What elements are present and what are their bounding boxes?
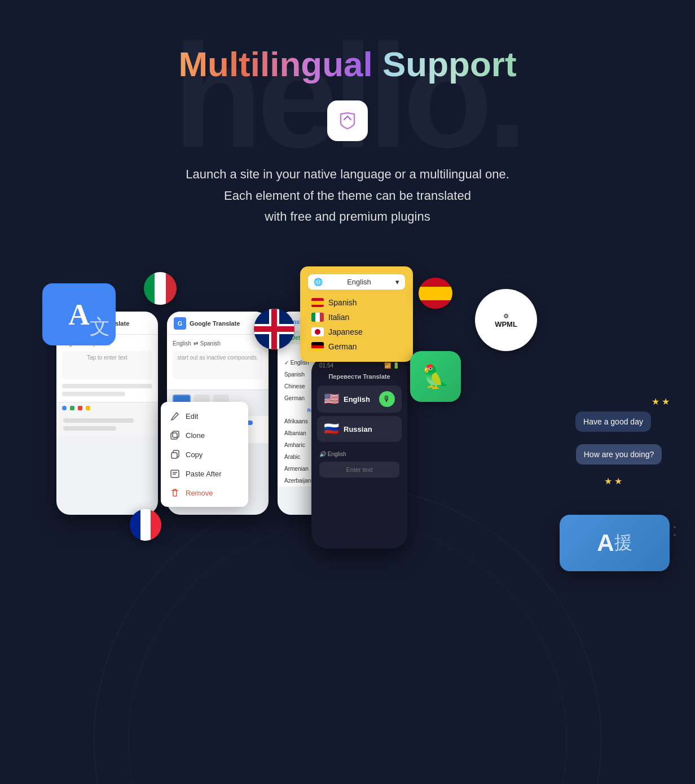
france-flag-icon [130, 509, 161, 541]
header-section: Multilingual Support Launch a site in yo… [0, 0, 695, 227]
translate-btn[interactable]: 🎙 [379, 391, 395, 407]
star-row1: ★ ★ [557, 396, 670, 407]
g3 [311, 348, 324, 351]
ph1-bar1 [62, 384, 152, 388]
italy-stripe-red [166, 272, 177, 305]
italian-label: Italian [328, 313, 349, 322]
spain-flag-small [311, 298, 324, 307]
phone2-title: Google Translate [190, 320, 240, 327]
phone1-bottom [56, 402, 158, 414]
current-language: English [347, 278, 371, 286]
svg-rect-2 [171, 453, 177, 458]
translation-icon-chinese: 援 [614, 531, 632, 555]
spain-flag-icon [419, 278, 452, 309]
i2 [315, 313, 319, 322]
dot1 [62, 406, 67, 410]
context-remove[interactable]: Remove [161, 483, 248, 502]
phone2-lang-row: English ⇄ Spanish [173, 340, 263, 347]
lang-item-italian[interactable]: Italian [308, 310, 405, 325]
lang-item-german[interactable]: German [308, 339, 405, 354]
dark-phone-footer: 🔊 English Enter text [311, 445, 407, 483]
lang-spanish2: Spanish [200, 340, 221, 347]
dot4 [86, 406, 90, 410]
german-item: German [284, 395, 305, 401]
input-lang-label: 🔊 English [319, 451, 346, 457]
page-title: Multilingual Support [0, 45, 695, 84]
japan-flag-small [311, 327, 324, 336]
svg-rect-0 [171, 433, 177, 439]
spain-stripe-middle [419, 287, 452, 300]
wpml-label: WPML [495, 320, 517, 329]
lang-english2: English [173, 340, 191, 347]
star-icon3: ★ [604, 476, 612, 486]
translate-letter-a: A [68, 298, 90, 331]
paste-label: Paste After [186, 470, 222, 478]
uk-vertical-red [271, 309, 277, 349]
uk-flag-inner [254, 309, 294, 349]
ph-bar3 [63, 418, 134, 423]
english-label: English [344, 395, 370, 404]
google-translate-icon: A 文 [42, 283, 116, 345]
italy-flag-icon [144, 272, 177, 305]
wpml-badge: ⚙ WPML [475, 289, 537, 351]
dot-d6 [674, 526, 676, 528]
spanish-label: Spanish [328, 298, 357, 307]
dot-d12 [674, 534, 676, 536]
azerbaijani-item: Azerbaijani [284, 478, 312, 484]
dropdown-header[interactable]: 🌐 English ▾ [308, 274, 405, 290]
phone2-textarea: start out as inactive compounds. [173, 351, 263, 379]
s2 [311, 301, 324, 305]
german-label: German [328, 342, 357, 351]
star-icon1: ★ [652, 397, 659, 406]
arabic-item: Arabic [284, 454, 300, 460]
dot3 [78, 406, 82, 410]
i1 [311, 313, 315, 322]
italy-stripe-white [155, 272, 165, 305]
chat-bubble-1: Have a good day [575, 411, 651, 432]
translation-icon: A 援 [560, 515, 670, 571]
context-edit[interactable]: Edit [161, 406, 248, 426]
chat-bubble-2: How are you doing? [576, 444, 662, 465]
copy-icon [170, 449, 180, 459]
lang-item-japanese[interactable]: Japanese [308, 325, 405, 339]
clone-icon [170, 430, 180, 440]
albanian-item: Albanian [284, 430, 306, 436]
context-clone[interactable]: Clone [161, 426, 248, 445]
chevron-down-icon: ▾ [395, 278, 399, 286]
language-dropdown[interactable]: 🌐 English ▾ Spanish I [300, 266, 413, 362]
japanese-label: Japanese [328, 327, 363, 336]
bubble1-text: Have a good day [583, 417, 643, 426]
spanish-item: Spanish [284, 371, 305, 378]
chat-area: ★ ★ Have a good day How are you doing? ★… [557, 396, 670, 487]
paste-icon [170, 468, 180, 479]
dark-phone-title: Перевести Translate [311, 371, 407, 386]
signal-icons: 📶 🔋 [384, 362, 399, 369]
title-multilingual: Multilingual [178, 45, 372, 84]
translate-letter-chinese: 文 [90, 313, 110, 341]
svg-rect-1 [173, 431, 179, 437]
logo-icon [327, 100, 368, 141]
spain-stripe-top [419, 278, 452, 287]
amharic-item: Amharic [284, 442, 305, 448]
star-icon4: ★ [614, 476, 622, 486]
globe-icon: 🌐 [314, 278, 323, 286]
remove-label: Remove [186, 489, 213, 497]
german-flag-small [311, 342, 324, 351]
dot2 [70, 406, 74, 410]
dark-phone: 01:54 📶 🔋 Перевести Translate 🇺🇸 English… [311, 357, 407, 549]
bubble2-text: How are you doing? [584, 450, 654, 459]
context-paste[interactable]: Paste After [161, 464, 248, 483]
translation-icon-a: A [597, 529, 614, 557]
chinese-item: Chinese [284, 383, 305, 389]
lang-item-spanish[interactable]: Spanish [308, 295, 405, 310]
dark-russian-section: 🇷🇺 Russian [317, 416, 402, 442]
phone2-body: English ⇄ Spanish start out as inactive … [167, 335, 269, 389]
enter-text-input[interactable]: Enter text [319, 462, 399, 478]
star-row2: ★ ★ [557, 476, 670, 487]
spacer [557, 439, 670, 444]
clone-label: Clone [186, 431, 205, 440]
context-menu: Edit Clone Copy [161, 402, 248, 507]
time-display: 01:54 [319, 362, 333, 369]
context-copy[interactable]: Copy [161, 445, 248, 464]
phone1-textarea: Tap to enter text [62, 351, 152, 379]
